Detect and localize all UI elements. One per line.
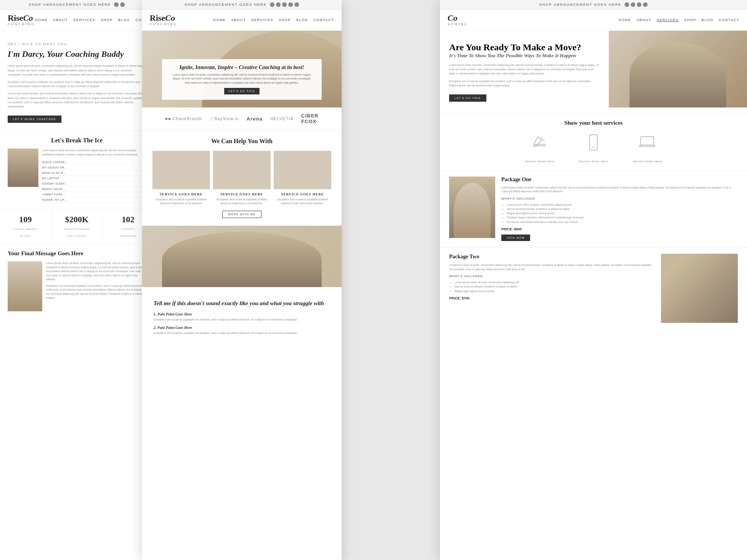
brand-helvetia: HELVETIA <box>270 116 293 121</box>
service-card-1: Service Goes Here Excepteur sint occaeca… <box>152 151 210 205</box>
package-one-section: Package One Lorem ipsum dolor sit amet, … <box>440 170 747 247</box>
rnav-blog[interactable]: BLOG <box>702 18 714 22</box>
final-text: Lorem ipsum dolor sit amet, consectetur … <box>46 261 146 311</box>
left-page-card: SHOP ANNOUNCEMENT GOES HERE RiseCo COACH… <box>0 0 154 560</box>
ice-list-item: BLACK COFFEE... <box>42 160 146 165</box>
included-item: Magna eget digniss purus viverra auctor <box>507 211 738 215</box>
svg-rect-4 <box>641 137 654 145</box>
center-services-section: We Can Help You With Service Goes Here E… <box>142 130 342 226</box>
center-logo-sub: COACHING <box>150 23 177 26</box>
ice-content: Lorem ipsum dolor sit amet, consectetur … <box>8 149 146 203</box>
package-two-person <box>661 254 738 323</box>
included-item: Sed do eiusmod tempor incididunt ut labo… <box>507 207 738 211</box>
package-one-join-btn[interactable]: JOIN NOW <box>501 235 530 241</box>
ice-image <box>8 149 38 187</box>
brand-ciber: CIBERFCOX <box>301 113 319 124</box>
cnav-contact[interactable]: CONTACT <box>314 18 334 22</box>
cnav-about[interactable]: ABOUT <box>231 18 246 22</box>
center-announcement-text: SHOP ANNOUNCEMENT GOES HERE <box>185 3 267 7</box>
service-card-3: Service Goes Here Excepteur sint occaeca… <box>274 151 331 205</box>
ice-list-item: YUMMY FOOD... <box>42 192 146 197</box>
pain-points-section: Tell me if this doesn't sound exactly li… <box>142 292 342 347</box>
service-card-2: Service Goes Here Excepteur sint occaeca… <box>213 151 271 205</box>
center-social-5 <box>294 2 299 7</box>
ice-list-item: ROGER, MY LIF... <box>42 197 146 203</box>
right-service-3: Service Goes Here <box>624 131 670 164</box>
rnav-services[interactable]: SERVICES <box>657 18 679 22</box>
center-social-icons <box>270 2 299 7</box>
cnav-blog[interactable]: BLOG <box>296 18 308 22</box>
whats-included-label: WHAT'S INCLUDED <box>501 197 738 200</box>
package-two-content: Package Two Ut laborum dolor sit amet, c… <box>449 254 655 323</box>
included-item: Ex lobortis elementum nibh tellus molest… <box>507 220 738 224</box>
left-hero-para3: Ut enim ad minim veniam, quis nostrud ex… <box>8 91 146 109</box>
stat-label-clients: CLIENT SERVEDIN 2023 <box>14 228 37 237</box>
nav-home[interactable]: HOME <box>35 18 48 22</box>
nav-services[interactable]: SERVICES <box>73 18 95 22</box>
center-hero-btn[interactable]: LET'S DO THIS <box>224 88 260 94</box>
package-one-content: Package One Lorem ipsum dolor sit amet, … <box>501 177 738 241</box>
brand-logos-row: ■■ ChaseBrands □ BayView.io Arena HELVET… <box>142 107 342 130</box>
cnav-home[interactable]: HOME <box>213 18 226 22</box>
right-hero-btn[interactable]: LET'S DO THIS <box>449 94 486 102</box>
package-two-included-list: Lorem ipsum dolor sit amet, consectetur … <box>449 280 655 293</box>
right-hero-para2: Excepteur sint occaecat cupidatat non pr… <box>449 79 600 88</box>
service-title-1: Service Goes Here <box>152 192 210 196</box>
cnav-services[interactable]: SERVICES <box>251 18 273 22</box>
ice-list-item: BOOK IN MY B... <box>42 170 146 176</box>
right-page-card: SHOP ANNOUNCEMENT GOES HERE Co ACHING HO… <box>440 0 747 560</box>
final-content: Lorem ipsum dolor sit amet, consectetur … <box>8 261 146 311</box>
left-nav-links[interactable]: HOME ABOUT SERVICES SHOP BLOG CONTACT <box>35 18 154 22</box>
package-one-image <box>449 177 495 238</box>
nav-about[interactable]: ABOUT <box>53 18 68 22</box>
rnav-shop[interactable]: SHOP <box>684 18 696 22</box>
left-work-together-btn[interactable]: LET'S WORK TOGETHER <box>8 116 61 123</box>
package-two-heading: Package Two <box>449 254 655 260</box>
nav-blog[interactable]: BLOG <box>118 18 130 22</box>
right-services-section: Show your best services Service Goes Her… <box>440 113 747 170</box>
right-logo-sub: ACHING <box>448 23 468 26</box>
right-social-2 <box>631 2 635 7</box>
pain-heading: Tell me if this doesn't sound exactly li… <box>154 300 330 307</box>
center-social-1 <box>270 2 274 7</box>
center-nav: RiseCo COACHING HOME ABOUT SERVICES SHOP… <box>142 10 342 31</box>
right-hero-para: Lorem ipsum dolor sit amet, consectetur … <box>449 63 600 76</box>
right-service-3-label: Service Goes Here <box>633 160 662 163</box>
right-hero: Are You Ready To Make a Move? It's Time … <box>440 31 747 113</box>
final-para2: Excepteur sint occaecat cupidatat non pr… <box>46 284 146 300</box>
nav-shop[interactable]: SHOP <box>101 18 113 22</box>
service-desc-3: Excepteur sint occaecat cupidatat proide… <box>274 198 331 205</box>
pain-image-area <box>142 226 342 287</box>
cnav-shop[interactable]: SHOP <box>279 18 291 22</box>
phone-icon <box>582 131 605 154</box>
right-service-1-label: Service Goes Here <box>525 160 554 163</box>
phone-svg <box>584 133 603 152</box>
rnav-about[interactable]: ABOUT <box>636 18 651 22</box>
pain-point-2: 2. Pain Point Goes Here Excepteur sint o… <box>154 325 330 335</box>
pain-point-1-desc: Excepteur sint occaecat cupidatat non pr… <box>154 318 330 322</box>
center-hero-heading: Ignite, Innovate, Inspire – Creative Coa… <box>170 64 314 71</box>
final-message-section: Your Final Message Goes Here Lorem ipsum… <box>0 244 154 317</box>
service-img-3 <box>274 151 331 189</box>
service-title-2: Service Goes Here <box>213 192 271 196</box>
right-social-icons <box>625 2 648 7</box>
final-para1: Lorem ipsum dolor sit amet, consectetur … <box>46 261 146 282</box>
center-nav-links[interactable]: HOME ABOUT SERVICES SHOP BLOG CONTACT <box>213 18 334 22</box>
stat-profits: $200K PROFITS EARNEDFOR CLIENTS <box>51 209 103 244</box>
center-social-3 <box>282 2 287 7</box>
right-social-3 <box>637 2 641 7</box>
service-title-3: Service Goes Here <box>274 192 331 196</box>
break-ice-section: Let's Break The Ice Lorem ipsum dolor si… <box>0 131 154 209</box>
brand-bayview: □ BayView.io <box>210 116 239 121</box>
rnav-home[interactable]: HOME <box>618 18 631 22</box>
rnav-contact[interactable]: CONTACT <box>719 18 739 22</box>
right-services-grid: Service Goes Here Service Goes Here <box>449 131 738 164</box>
center-hero-image: Ignite, Innovate, Inspire – Creative Coa… <box>142 31 342 107</box>
package-two-desc: Ut laborum dolor sit amet, consectetur a… <box>449 263 655 271</box>
right-hero-image <box>609 31 747 107</box>
left-logo-sub: COACHING <box>8 23 35 26</box>
right-nav-links[interactable]: HOME ABOUT SERVICES SHOP BLOG CONTACT <box>618 18 739 22</box>
work-with-me-btn[interactable]: WORK WITH ME <box>222 211 261 218</box>
center-social-4 <box>288 2 293 7</box>
pain-point-2-title: 2. Pain Point Goes Here <box>154 325 330 330</box>
